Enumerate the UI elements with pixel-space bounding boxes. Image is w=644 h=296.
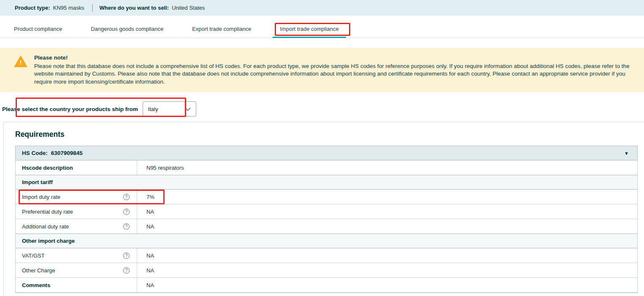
- country-select[interactable]: Italy: [143, 101, 196, 117]
- hs-code-table: HS Code: 6307909845 ▼ Hscode description…: [15, 146, 638, 293]
- section-row-other-import-charge: Other import charge: [16, 234, 637, 248]
- divider: [92, 4, 93, 12]
- notice-banner: ! Please note! Please note that this dat…: [0, 48, 644, 92]
- table-row-import-duty-rate: Import duty rate ? 7%: [16, 190, 637, 204]
- tab-dangerous-goods-compliance[interactable]: Dangerous goods compliance: [91, 20, 163, 38]
- country-select-value: Italy: [148, 106, 158, 112]
- ship-from-label: Please select the country your products …: [2, 106, 138, 112]
- sell-location-label: Where do you want to sell:: [100, 5, 169, 11]
- context-bar: Product type: KN95 masks Where do you wa…: [0, 0, 644, 16]
- notice-body: Please note that this database does not …: [34, 62, 633, 86]
- hs-code-label: HS Code:: [22, 150, 48, 156]
- ship-from-row: Please select the country your products …: [0, 101, 644, 117]
- help-icon[interactable]: ?: [123, 223, 130, 230]
- table-row-additional-duty-rate: Additional duty rate ? NA: [16, 219, 637, 234]
- product-type-label: Product type:: [15, 5, 50, 11]
- requirements-panel: Requirements HS Code: 6307909845 ▼ Hscod…: [3, 122, 644, 296]
- sell-location-value: United States: [172, 5, 205, 11]
- tab-product-compliance[interactable]: Product compliance: [14, 20, 62, 38]
- caret-down-icon[interactable]: ▼: [624, 151, 629, 156]
- section-row-import-tariff: Import tariff: [16, 175, 637, 190]
- hs-code-value: 6307909845: [51, 150, 83, 156]
- warning-icon: !: [14, 55, 28, 68]
- notice-title: Please note!: [34, 54, 633, 62]
- table-row-hscode-description: Hscode description N95 respirators: [16, 160, 637, 175]
- requirements-heading: Requirements: [15, 130, 644, 139]
- tab-import-trade-compliance[interactable]: Import trade compliance: [280, 20, 338, 38]
- help-icon[interactable]: ?: [123, 267, 130, 274]
- help-icon[interactable]: ?: [123, 253, 130, 259]
- product-type-value: KN95 masks: [53, 5, 84, 11]
- chevron-down-icon: [185, 107, 191, 111]
- compliance-tab-bar: Product compliance Dangerous goods compl…: [0, 20, 644, 38]
- help-icon[interactable]: ?: [123, 209, 130, 215]
- table-row-preferential-duty-rate: Preferential duty rate ? NA: [16, 204, 637, 219]
- hs-code-header[interactable]: HS Code: 6307909845 ▼: [15, 146, 638, 160]
- tab-export-trade-compliance[interactable]: Export trade compliance: [192, 20, 251, 38]
- table-row-comments: Comments NA: [16, 278, 637, 293]
- table-row-vat-gst: VAT/GST ? NA: [16, 248, 637, 263]
- table-row-other-charge: Other Charge ? NA: [16, 263, 637, 278]
- help-icon[interactable]: ?: [123, 194, 130, 200]
